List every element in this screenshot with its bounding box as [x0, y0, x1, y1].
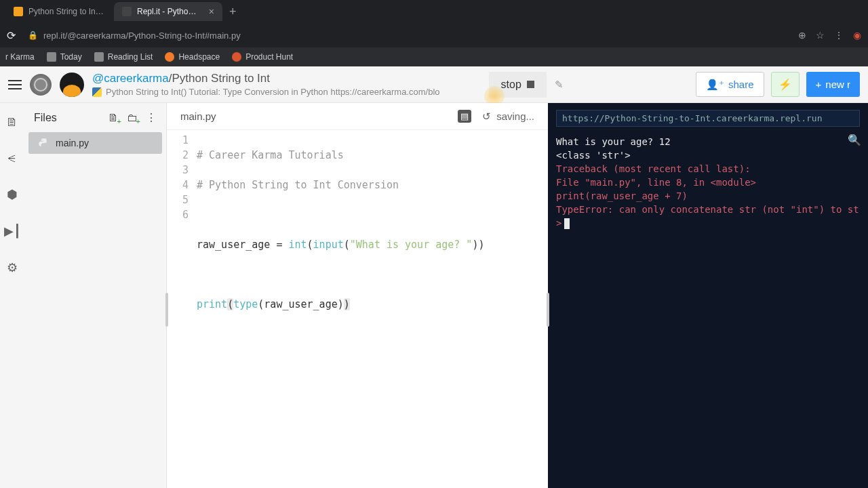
boost-button[interactable]: ⚡: [771, 72, 800, 97]
editor-tab-active[interactable]: main.py: [180, 110, 216, 122]
addr-actions: ⊕ ☆ ⋮ ◉: [798, 30, 861, 41]
project-meta: @careerkarma/Python String to Int Python…: [92, 72, 440, 97]
reload-icon[interactable]: ⟳: [7, 29, 16, 42]
gutter: 1 2 3 4 5 6: [167, 133, 197, 342]
avatar[interactable]: [60, 73, 84, 97]
lock-icon: 🔒: [28, 30, 38, 40]
project-name: Python String to Int: [172, 72, 270, 85]
python-file-icon: [38, 138, 49, 148]
url-field[interactable]: 🔒 repl.it/@careerkarma/Python-String-to-…: [24, 30, 790, 41]
console-url[interactable]: https://Python-String-to-Int.careerkarma…: [556, 110, 860, 127]
files-heading: Files: [34, 112, 57, 124]
prompt-caret: >: [556, 218, 561, 228]
folder-icon: [47, 52, 56, 62]
history-icon: ↺: [482, 110, 491, 123]
project-title: @careerkarma/Python String to Int: [92, 72, 440, 85]
code-editor[interactable]: 1 2 3 4 5 6 # Career Karma Tutorials # P…: [167, 130, 548, 342]
stop-button[interactable]: stop: [489, 72, 547, 98]
browser-tab-active[interactable]: Repl.it - Python String to Int ×: [114, 2, 222, 21]
folder-icon: [94, 52, 104, 62]
rocket-icon: ⚡: [778, 79, 792, 90]
files-nav-icon[interactable]: 🗎: [6, 115, 18, 129]
new-repl-button[interactable]: + new r: [806, 72, 860, 97]
file-item[interactable]: main.py: [28, 132, 162, 154]
browser-tab-bar: Python String to Int() Tutorial: Ty Repl…: [0, 0, 868, 23]
files-header: Files 🗎+ 🗀+ ⋮: [24, 103, 166, 129]
console-output[interactable]: 🔍 What is your age? 12 <class 'str'> Tra…: [548, 131, 868, 234]
code-content[interactable]: # Career Karma Tutorials # Python String…: [197, 133, 548, 342]
stop-icon: [527, 81, 534, 88]
favicon-icon: [122, 7, 132, 16]
project-owner-link[interactable]: @careerkarma: [92, 72, 169, 85]
bookmark-item[interactable]: Today: [47, 52, 82, 62]
bookmark-item[interactable]: Product Hunt: [232, 52, 293, 62]
files-panel: Files 🗎+ 🗀+ ⋮ main.py: [24, 103, 167, 488]
save-status: ↺ saving...: [482, 110, 534, 123]
more-icon[interactable]: ⋮: [146, 111, 157, 124]
settings-nav-icon[interactable]: ⚙: [7, 260, 18, 275]
new-tab-button[interactable]: +: [222, 5, 243, 19]
browser-chrome: Python String to Int() Tutorial: Ty Repl…: [0, 0, 868, 66]
main-area: 🗎 ⪪ ⬢ ▶┃ ⚙ Files 🗎+ 🗀+ ⋮ main.py main.py…: [0, 103, 868, 488]
search-icon[interactable]: 🔍: [848, 134, 861, 147]
pencil-icon[interactable]: ✎: [555, 79, 564, 91]
favicon-icon: [14, 7, 23, 16]
close-icon[interactable]: ×: [209, 6, 214, 17]
cursor: [564, 218, 570, 229]
app-header: @careerkarma/Python String to Int Python…: [0, 66, 868, 103]
star-icon[interactable]: ☆: [816, 30, 825, 41]
extension-icon[interactable]: ◉: [853, 30, 861, 41]
search-icon[interactable]: ⊕: [798, 30, 806, 41]
bookmark-item[interactable]: r Karma: [5, 52, 35, 62]
plus-icon: +: [816, 79, 822, 90]
address-bar: ⟳ 🔒 repl.it/@careerkarma/Python-String-t…: [0, 23, 868, 47]
new-folder-icon[interactable]: 🗀+: [127, 112, 138, 124]
python-icon: [92, 87, 102, 97]
browser-tab[interactable]: Python String to Int() Tutorial: Ty: [5, 2, 114, 21]
editor-tabs: main.py ▤ ↺ saving...: [167, 103, 548, 130]
bookmark-item[interactable]: Headspace: [165, 52, 220, 62]
tab-title: Repl.it - Python String to Int: [137, 7, 201, 16]
bookmark-icon: [165, 52, 174, 62]
resize-handle[interactable]: [547, 293, 549, 327]
editor-pane: main.py ▤ ↺ saving... 1 2 3 4 5 6 # Care…: [167, 103, 548, 488]
bookmark-icon: [232, 52, 241, 62]
console-pane: https://Python-String-to-Int.careerkarma…: [548, 103, 868, 488]
replit-logo[interactable]: [30, 74, 52, 96]
project-description: Python String to Int() Tutorial: Type Co…: [92, 87, 440, 97]
share-button[interactable]: 👤⁺ share: [696, 72, 764, 97]
packages-nav-icon[interactable]: ⬢: [7, 187, 18, 202]
file-name: main.py: [56, 138, 89, 148]
resize-handle[interactable]: [165, 293, 168, 327]
bookmark-item[interactable]: Reading List: [94, 52, 153, 62]
side-nav: 🗎 ⪪ ⬢ ▶┃ ⚙: [0, 103, 24, 488]
debug-nav-icon[interactable]: ▶┃: [4, 224, 21, 239]
layout-icon[interactable]: ▤: [458, 110, 471, 123]
bookmarks-bar: r Karma Today Reading List Headspace Pro…: [0, 47, 868, 66]
menu-icon[interactable]: ⋮: [834, 30, 844, 41]
person-plus-icon: 👤⁺: [706, 79, 724, 91]
new-file-icon[interactable]: 🗎+: [108, 112, 119, 124]
hamburger-menu-icon[interactable]: [8, 80, 22, 89]
version-nav-icon[interactable]: ⪪: [6, 151, 18, 165]
url-text: repl.it/@careerkarma/Python-String-to-In…: [43, 30, 241, 41]
tab-title: Python String to Int() Tutorial: Ty: [28, 7, 106, 16]
